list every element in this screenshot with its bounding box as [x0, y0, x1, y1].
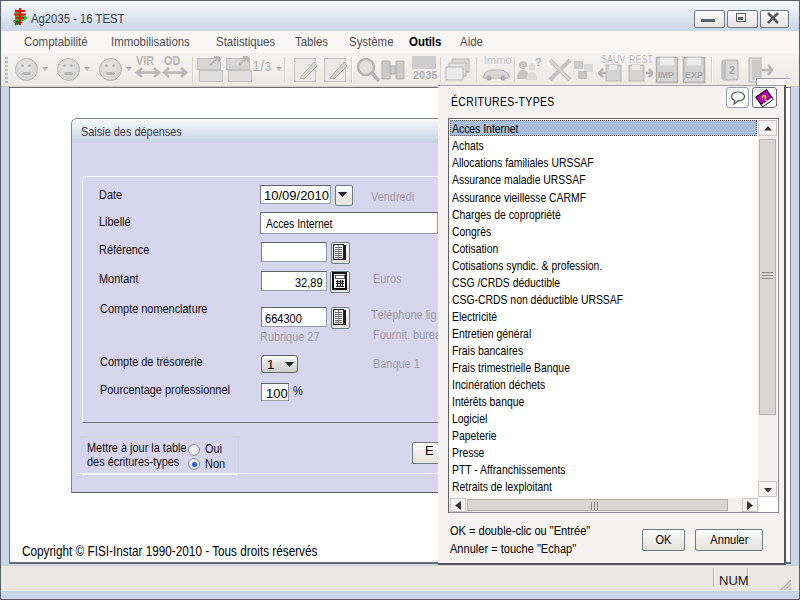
svg-text:?: ?	[535, 57, 542, 68]
svg-text:EXP: EXP	[685, 70, 703, 80]
svg-text:IMP: IMP	[658, 70, 674, 80]
svg-text:2: 2	[729, 64, 735, 76]
svg-text:%: %	[13, 19, 19, 26]
